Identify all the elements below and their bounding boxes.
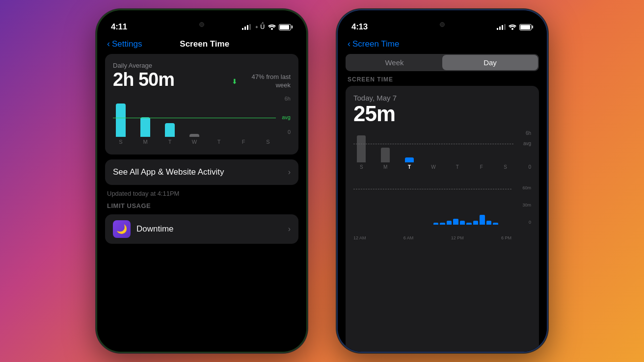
- bar-col-m: M: [137, 117, 153, 145]
- downtime-chevron: ›: [288, 225, 291, 233]
- day-label-t2: T: [217, 139, 221, 145]
- bar-t1: [165, 123, 175, 137]
- day-label-s2: S: [266, 139, 269, 145]
- wifi-icon-1: ﹢Ǘ: [254, 23, 265, 31]
- y-label-6h: 6h: [285, 96, 291, 102]
- wifi-icon-svg-1: [268, 24, 276, 30]
- dbar-21: [493, 223, 498, 225]
- daily-avg-time: 2h 50m: [113, 70, 174, 89]
- bar-col-s1: S: [113, 103, 129, 145]
- dbar-12: [433, 223, 439, 225]
- see-all-label: See All App & Website Activity: [113, 167, 224, 177]
- day-label-m: M: [143, 139, 147, 145]
- avg-change: ⬇ 47% from last week: [232, 73, 291, 90]
- dynamic-island-2: [413, 16, 472, 33]
- y-label-0: 0: [288, 129, 291, 135]
- down-arrow-icon: ⬇: [232, 77, 238, 86]
- segment-week[interactable]: Week: [347, 55, 442, 70]
- bar-s1: [116, 103, 126, 137]
- wy-0: 0: [528, 164, 531, 170]
- dbar-20: [486, 221, 492, 225]
- week-chart: avg S M T W: [353, 130, 531, 180]
- phone-2-screen: 4:13: [338, 10, 547, 352]
- dx-12pm: 12 PM: [451, 235, 464, 240]
- section-label-screentime: SCREEN TIME: [338, 76, 547, 86]
- week-bar-s1: S: [353, 135, 370, 170]
- day-bars-area: [353, 185, 531, 225]
- back-button-1[interactable]: ‹ Settings: [107, 39, 142, 49]
- back-chevron-2: ‹: [348, 39, 350, 49]
- battery-icon-2: [519, 24, 533, 30]
- week-bar-t2: T: [449, 162, 465, 170]
- see-all-button[interactable]: See All App & Website Activity ›: [105, 159, 298, 185]
- bar-m: [140, 117, 150, 137]
- week-bar-w: W: [426, 162, 442, 170]
- bar-col-t2: T: [211, 137, 227, 145]
- dy-60m: 60m: [522, 185, 531, 190]
- wday-t2: T: [456, 164, 459, 170]
- downtime-label: Downtime: [136, 224, 174, 234]
- bar-w: [189, 134, 199, 137]
- daily-avg-chart: avg S M T: [113, 96, 291, 145]
- week-bar-f: F: [473, 162, 489, 170]
- screentime-card: Today, May 7 25m avg S M: [346, 86, 539, 352]
- bars-area: avg S M T: [113, 105, 291, 145]
- nav-title-1: Screen Time: [142, 39, 267, 49]
- status-icons-1: ﹢Ǘ: [242, 23, 293, 31]
- downtime-left: 🌙 Downtime: [113, 220, 174, 238]
- update-text: Updated today at 4:11PM: [105, 190, 298, 197]
- wbar-s1: [357, 135, 366, 162]
- status-icons-2: [497, 24, 533, 30]
- phone-1-screen: 4:11 ﹢Ǘ: [97, 10, 306, 352]
- back-button-2[interactable]: ‹ Screen Time: [348, 39, 399, 49]
- wday-m: M: [383, 164, 387, 170]
- wday-s1: S: [360, 164, 363, 170]
- status-time-2: 4:13: [351, 22, 368, 32]
- segment-control[interactable]: Week Day: [346, 54, 539, 71]
- week-bars: avg S M T W: [353, 130, 531, 170]
- week-chart-y: 6h 0: [526, 130, 531, 170]
- daily-avg-row: 2h 50m ⬇ 47% from last week: [113, 70, 291, 90]
- daily-avg-card: Daily Average 2h 50m ⬇ 47% from last wee…: [105, 54, 298, 155]
- day-label-w: W: [192, 139, 197, 145]
- wday-w: W: [431, 164, 435, 170]
- dynamic-island-1: [172, 16, 231, 33]
- dy-30m: 30m: [522, 203, 531, 207]
- st-date: Today, May 7: [353, 94, 531, 102]
- day-x-labels: 12 AM 6 AM 12 PM 6 PM: [353, 235, 531, 240]
- bar-col-s2: S: [260, 137, 276, 145]
- bar-col-t1: T: [162, 123, 178, 145]
- dbar-16: [460, 221, 465, 225]
- day-chart-section: 60m 30m 0 12 AM 6 AM 12 PM 6 PM: [353, 185, 531, 240]
- downtime-icon: 🌙: [113, 220, 131, 238]
- downtime-item[interactable]: 🌙 Downtime ›: [105, 214, 298, 244]
- svg-point-1: [511, 28, 513, 30]
- wday-f: F: [480, 164, 483, 170]
- dbar-17: [466, 223, 472, 225]
- status-time-1: 4:11: [111, 22, 127, 32]
- see-all-chevron: ›: [288, 168, 291, 177]
- svg-point-0: [271, 28, 273, 30]
- camera-1: [199, 22, 204, 27]
- dbar-15: [453, 219, 458, 225]
- wifi-icon-svg-2: [509, 24, 516, 30]
- day-label-f: F: [242, 139, 245, 145]
- scroll-content-1: Daily Average 2h 50m ⬇ 47% from last wee…: [97, 54, 306, 352]
- avg-change-text: 47% from last week: [240, 73, 291, 90]
- back-label-1: Settings: [112, 39, 142, 49]
- week-bar-s2: S: [497, 162, 513, 170]
- nav-header-2: ‹ Screen Time: [338, 37, 547, 54]
- signal-icon-1: [242, 24, 251, 30]
- week-bar-m: M: [377, 148, 394, 170]
- day-label-t1: T: [168, 139, 172, 145]
- segment-day[interactable]: Day: [442, 55, 538, 70]
- bar-col-w: W: [187, 134, 202, 145]
- dbar-19: [480, 215, 485, 225]
- wbar-m: [381, 148, 390, 162]
- dy-0: 0: [529, 220, 531, 225]
- back-label-2: Screen Time: [352, 39, 399, 49]
- signal-icon-2: [497, 24, 506, 30]
- limit-usage-header: LIMIT USAGE: [105, 202, 298, 209]
- phone-2: 4:13: [337, 9, 548, 353]
- dbar-13: [440, 223, 445, 225]
